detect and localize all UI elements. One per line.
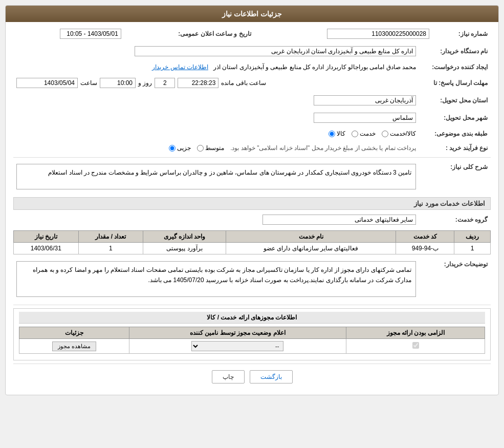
license-section: اطلاعات مجوزهای ارائه خدمت / کالا الزامی…	[13, 308, 491, 360]
license-section-title: اطلاعات مجوزهای ارائه خدمت / کالا	[19, 312, 485, 324]
col-radif: ردیف	[454, 231, 491, 243]
info-table-row5: استان محل تحویل: آذربایجان غربی	[13, 94, 491, 107]
sharhKoli-value: تامین 3 دستگاه خودروی استیجاری کمکدار در…	[16, 164, 416, 189]
noeFarayand-text: پرداخت تمام یا بخشی از مبلغ خریدار محل "…	[230, 144, 416, 152]
shahrTahvil-value: سلماس	[314, 113, 416, 123]
ijadKonande-link[interactable]: اطلاعات تماس خریدار	[152, 63, 208, 71]
info-table-row7: طبقه بندی موضوعی: کالا/خدمت خدمت	[13, 129, 491, 139]
info-table-row2: نام دستگاه خریدار: اداره کل منابع طبیعی …	[13, 45, 491, 58]
license-table: الزامی بودن ارائه مجوز اعلام وضعیت مجوز …	[19, 327, 485, 354]
buttons-row: بازگشت چاپ	[13, 370, 491, 383]
ostanTahvil-label: استان محل تحویل:	[419, 94, 491, 107]
info-table-row3: ایجاد کننده درخواست: محمد صادق امامی بور…	[13, 62, 491, 72]
back-button[interactable]: بازگشت	[250, 370, 293, 383]
info-table-row1: شماره نیاز: 1103000225000028 تاریخ و ساع…	[13, 27, 491, 40]
shomareNiaz-label: شماره نیاز:	[432, 27, 491, 40]
tarikh-time: 10:00	[100, 78, 136, 88]
col-elamVaziat: اعلام وضعیت مجوز توسط نامین کننده	[129, 327, 346, 339]
radio-khedmat[interactable]: خدمت	[352, 130, 376, 137]
tosihKharidar-value: تمامی شرکتهای دارای مجوز از اداره کار یا…	[16, 261, 416, 297]
ijadKonande-value: محمد صادق امامی بوراجالو کاربرداز اداره …	[213, 63, 416, 71]
tosihKharidar-label: توضیحات خریدار:	[419, 258, 491, 301]
gorohKhedmat-value: سایر فعالیتهای خدماتی	[262, 215, 416, 225]
tarikh-remaining-suffix: ساعت باقی مانده	[221, 79, 266, 87]
tarikh-date: 1403/05/04	[16, 78, 78, 88]
col-vahadAndaze: واحد اندازه گیری	[143, 231, 226, 243]
radio-kala[interactable]: کالا	[328, 130, 345, 137]
col-namKhedmat: نام خدمت	[226, 231, 396, 243]
radio-motawaset[interactable]: متوسط	[197, 144, 224, 152]
col-elzami: الزامی بودن ارائه مجوز	[346, 327, 485, 339]
radio-jozei[interactable]: جزیی	[169, 144, 191, 152]
info-table-sharh: شرح کلی نیاز: تامین 3 دستگاه خودروی استی…	[13, 160, 491, 193]
tarikh-rooz: 2	[155, 78, 175, 88]
shahrTahvil-label: شهر محل تحویل:	[419, 111, 491, 124]
moshahedeh-mojoz-button[interactable]: مشاهده مجوز	[52, 342, 96, 351]
sharhKoli-label: شرح کلی نیاز:	[419, 160, 491, 193]
radio-kalaKhedmat-label: کالا/خدمت	[390, 130, 416, 137]
services-table: ردیف کد خدمت نام خدمت واحد اندازه گیری ت…	[13, 230, 491, 254]
page-title: جزئیات اطلاعات نیاز	[222, 10, 282, 18]
mohlatIrsal-label: مهلت ارسال پاسخ: تا	[419, 76, 491, 90]
noeFarayand-label: نوع فرآیند خرید :	[419, 143, 491, 153]
tarikh-time-label: ساعت	[80, 79, 97, 87]
radio-kalaKhedmat[interactable]: کالا/خدمت	[382, 130, 416, 137]
card-header: جزئیات اطلاعات نیاز	[6, 6, 498, 22]
elzami-checkbox[interactable]	[412, 342, 419, 349]
info-table-tosih: توضیحات خریدار: تمامی شرکتهای دارای مجوز…	[13, 258, 491, 301]
col-kodKhedmat: کد خدمت	[396, 231, 454, 243]
info-table-row6: شهر محل تحویل: سلماس	[13, 111, 491, 124]
divider-2	[13, 305, 491, 305]
divider-1	[13, 157, 491, 158]
gorohKhedmat-label: گروه خدمت:	[419, 213, 491, 226]
takhDate-value: 1403/05/01 - 10:05	[60, 29, 121, 39]
radio-jozei-label: جزیی	[177, 144, 191, 152]
radio-kala-label: کالا	[337, 130, 345, 137]
radio-motawaset-label: متوسط	[205, 144, 224, 152]
table-row: 1ب-94-949فعالیتهای سایر سازمانهای دارای …	[14, 243, 491, 254]
takhDate-label: تاریخ و ساعت اعلان عمومی:	[124, 27, 254, 40]
divider-3	[13, 364, 491, 364]
namDastgah-value: اداره کل منابع طبیعی و آبخیزداری استان ا…	[135, 46, 416, 56]
elamVaziat-select[interactable]: --	[191, 341, 283, 351]
khadamat-section-header: اطلاعات خدمات مورد نیاز	[13, 197, 491, 210]
info-table-goroh: گروه خدمت: سایر فعالیتهای خدماتی	[13, 213, 491, 226]
shomareNiaz-value: 1103000225000028	[327, 29, 429, 39]
col-tedadMegdar: تعداد / مقدار	[78, 231, 143, 243]
print-button[interactable]: چاپ	[212, 370, 245, 383]
ostanTahvil-value: آذربایجان غربی	[314, 95, 416, 105]
col-tarikhNiaz: تاریخ نیاز	[14, 231, 79, 243]
card-body: شماره نیاز: 1103000225000028 تاریخ و ساع…	[6, 22, 498, 395]
radio-khedmat-label: خدمت	[360, 130, 376, 137]
license-row: -- مشاهده مجوز	[19, 339, 485, 354]
main-card: جزئیات اطلاعات نیاز شماره نیاز: 11030002…	[5, 5, 499, 395]
namDastgah-label: نام دستگاه خریدار:	[419, 45, 491, 58]
tabaqeBandi-label: طبقه بندی موضوعی:	[419, 129, 491, 139]
ijadKonande-label: ایجاد کننده درخواست:	[419, 62, 491, 72]
tarikh-remaining: 22:28:23	[178, 78, 218, 88]
page-wrapper: جزئیات اطلاعات نیاز شماره نیاز: 11030002…	[0, 0, 504, 448]
info-table-row8: نوع فرآیند خرید : پرداخت تمام یا بخشی از…	[13, 143, 491, 153]
info-table-row4: مهلت ارسال پاسخ: تا 1403/05/04 ساعت 10:0…	[13, 76, 491, 90]
col-joziyat: جزئیات	[19, 327, 129, 339]
tarikh-rooz-label: روز و	[138, 79, 152, 87]
